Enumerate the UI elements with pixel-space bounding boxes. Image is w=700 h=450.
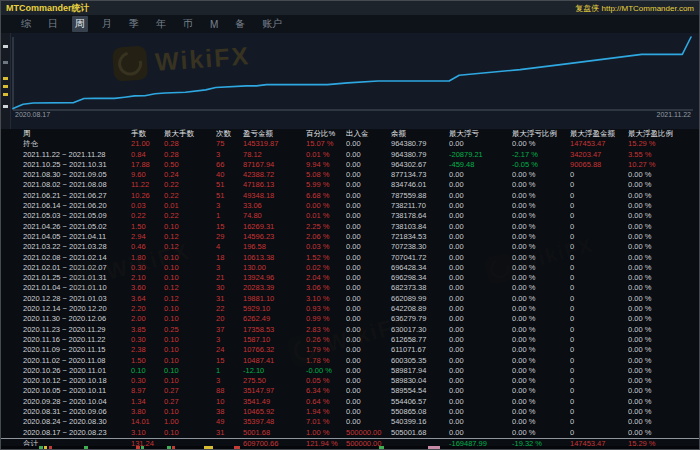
cell: 37 [216,325,243,335]
menu-item-日[interactable]: 日 [45,16,61,32]
cell: 738178.64 [391,211,449,221]
cell: 0 [570,253,628,263]
row-label: 2020.12.14 ~ 2020.12.20 [23,304,131,314]
cell: 0.00 % [512,335,570,345]
cell: 0.00 % [512,139,570,149]
cell: 696298.34 [391,273,449,283]
cell: 0.30 [131,376,164,386]
brand-link[interactable]: 复盘侠 http://MTCommander.com [575,3,694,14]
table-row: 2021.02.08 ~ 2021.02.141.800.101810613.3… [1,253,699,263]
weekly-stats-table: 周手数最大手数次数盈亏金额百分比%出入金余额最大浮亏最大浮亏比例最大浮盈金额最大… [1,129,699,446]
cell: 3 [216,150,243,160]
cell: 0.00 % [628,211,699,221]
cell: 1.79 % [306,345,346,355]
equity-chart[interactable]: 2020.08.17 2021.11.22 [1,33,699,129]
mtcommander-window: MTCommander统计 复盘侠 http://MTCommander.com… [0,0,700,450]
side-panel-mark [3,85,8,88]
cell: 0.00 [346,180,391,190]
row-label: 2020.08.31 ~ 2020.09.06 [23,407,131,417]
cell: 0.00 % [512,232,570,242]
column-header: 最大浮盈金额 [570,129,628,139]
cell: 3.80 [131,407,164,417]
cell: 3 [216,335,243,345]
cell: 0.10 [164,335,216,345]
cell: 0.00 [346,386,391,396]
menu-item-备[interactable]: 备 [232,16,248,32]
cell: 0.12 [164,242,216,252]
cell: -20879.21 [449,150,512,160]
table-row: 2021.08.02 ~ 2021.08.0811.220.225147186.… [1,180,699,190]
clipped-bar [172,446,175,449]
side-panel-mark [3,45,8,48]
cell: 51 [216,191,243,201]
cell: 130.00 [243,263,306,273]
menu-item-季[interactable]: 季 [126,16,142,32]
cell: 0.99 % [306,314,346,324]
menu-item-M[interactable]: M [207,18,221,31]
cell: 31 [216,428,243,438]
cell: 15.29 % [628,139,699,149]
cell: 0 [570,407,628,417]
table-row: 2021.03.22 ~ 2021.03.280.460.124196.580.… [1,242,699,252]
cell: 10465.92 [243,407,306,417]
menu-item-年[interactable]: 年 [153,16,169,32]
cell: 834746.01 [391,180,449,190]
cell: 0.00 [449,211,512,221]
cell: 3.55 % [628,150,699,160]
menu-item-综[interactable]: 综 [18,16,34,32]
cell: 14596.23 [243,232,306,242]
cell: 1.94 % [306,407,346,417]
cell: 3541.49 [243,397,306,407]
side-panel-mark [3,93,8,96]
cell: 35397.48 [243,417,306,427]
cell: 0.05 % [306,376,346,386]
cell: 0 [570,263,628,273]
cell: 75 [216,139,243,149]
collapsed-side-panel[interactable] [1,33,11,129]
cell: 589830.04 [391,376,449,386]
cell: 21 [216,273,243,283]
menu-item-账户[interactable]: 账户 [259,16,285,32]
cell: 0.10 [164,356,216,366]
cell: 0 [570,376,628,386]
cell: 0.12 [164,283,216,293]
menu-item-月[interactable]: 月 [99,16,115,32]
cell: 10.27 % [628,160,699,170]
cell: 0.00 % [628,201,699,211]
cell: 612658.77 [391,335,449,345]
cell: 0.00 [346,376,391,386]
cell: 0.00 % [628,345,699,355]
clipped-bar [84,446,88,449]
cell: 0 [570,304,628,314]
clipped-bar [136,446,140,449]
cell: 738103.84 [391,222,449,232]
cell: 0.00 [346,366,391,376]
column-header: 最大手数 [164,129,216,139]
cell: 0.00 [346,170,391,180]
clipped-bar [49,446,52,449]
cell: 20283.39 [243,283,306,293]
table-row: 2020.11.23 ~ 2020.11.293.850.253717358.5… [1,325,699,335]
cell: 0.00 % [512,222,570,232]
cell: 0.00 % [512,273,570,283]
cell: 1.50 [131,356,164,366]
cell: 2.10 [131,273,164,283]
table-row: 2020.09.28 ~ 2020.10.041.340.27103541.49… [1,397,699,407]
cell: 2.25 % [306,222,346,232]
cell: 17358.53 [243,325,306,335]
cell: 589554.54 [391,386,449,396]
cell: 17.88 [131,160,164,170]
cell: 49348.18 [243,191,306,201]
cell: 0.00 [346,150,391,160]
cell: 0 [570,428,628,438]
cell: 0.00 % [512,428,570,438]
cell: 49 [216,417,243,427]
row-label: 2020.11.16 ~ 2020.11.22 [23,335,131,345]
cell: 0.26 % [306,335,346,345]
cell: 88 [216,386,243,396]
cell: 0.00 % [628,366,699,376]
table-row: 2020.11.16 ~ 2020.11.220.300.1031587.100… [1,335,699,345]
menu-item-周[interactable]: 周 [72,16,88,32]
cell: 0.00 % [512,191,570,201]
menu-item-币[interactable]: 币 [180,16,196,32]
